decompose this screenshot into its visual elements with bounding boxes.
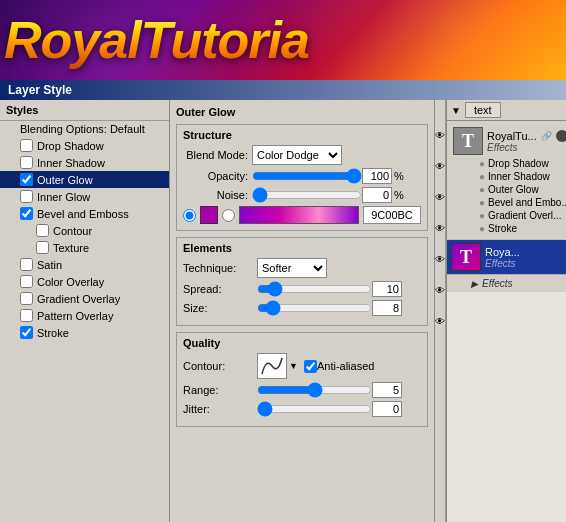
styles-header: Styles [0,100,169,121]
effect-outer-glow-label: Outer Glow [488,184,539,195]
effect-outer-glow[interactable]: ● Outer Glow [459,183,566,196]
gradient-radio[interactable] [222,209,235,222]
layer-royaltu: T RoyalTu... 🔗 Effects ● Drop Shad [447,121,566,240]
style-item-inner-glow[interactable]: Inner Glow [0,188,169,205]
effect-drop-shadow[interactable]: ● Drop Shadow [459,157,566,170]
color-row [183,206,421,224]
range-value[interactable] [372,382,402,398]
layer-effects-label: Effects [487,142,566,153]
blend-mode-select[interactable]: Color Dodge Normal Screen [252,145,342,165]
layer-name-roya: Roya... [485,246,520,258]
jitter-slider[interactable] [257,402,372,416]
drop-shadow-check[interactable] [20,139,33,152]
noise-row: Noise: % [183,187,421,203]
contour-check[interactable] [36,224,49,237]
effect-bevel-emboss-icon: ● [479,197,485,208]
effect-gradient-overlay[interactable]: ● Gradient Overl... [459,209,566,222]
stroke-check[interactable] [20,326,33,339]
inner-shadow-check[interactable] [20,156,33,169]
inner-glow-check[interactable] [20,190,33,203]
range-slider[interactable] [257,383,372,397]
texture-check[interactable] [36,241,49,254]
outer-glow-check[interactable] [20,173,33,186]
effect-stroke-icon: ● [479,223,485,234]
effect-outer-glow-icon: ● [479,184,485,195]
vis-icon-2[interactable]: 👁 [435,161,445,172]
style-item-satin[interactable]: Satin [0,256,169,273]
effect-inner-shadow[interactable]: ● Inner Shadow [459,170,566,183]
style-item-pattern-overlay[interactable]: Pattern Overlay [0,307,169,324]
layer-thumb-royaltu: T [453,127,483,155]
jitter-value[interactable] [372,401,402,417]
style-item-texture[interactable]: Texture [0,239,169,256]
inner-shadow-label: Inner Shadow [37,157,105,169]
blend-mode-row: Blend Mode: Color Dodge Normal Screen [183,145,421,165]
effect-gradient-overlay-icon: ● [479,210,485,221]
expand-arrow-icon[interactable]: ▼ [451,105,461,116]
vis-icon-4[interactable]: 👁 [435,223,445,234]
noise-value[interactable] [362,187,392,203]
bottom-fx-icon: ▶ [471,279,478,289]
style-item-bevel-emboss[interactable]: Bevel and Emboss [0,205,169,222]
style-item-outer-glow[interactable]: Outer Glow [0,171,169,188]
size-slider[interactable] [257,301,372,315]
pattern-overlay-check[interactable] [20,309,33,322]
vis-icon-7[interactable]: 👁 [435,316,445,327]
app-window: RoyalTutoria Layer Style Styles Blending… [0,0,566,522]
bevel-emboss-check[interactable] [20,207,33,220]
vis-icon-5[interactable]: 👁 [435,254,445,265]
effect-stroke-label: Stroke [488,223,517,234]
hex-input[interactable] [363,206,421,224]
banner-title: RoyalTutoria [0,11,309,69]
noise-slider[interactable] [252,188,362,202]
drop-shadow-label: Drop Shadow [37,140,104,152]
vis-icon-3[interactable]: 👁 [435,192,445,203]
satin-check[interactable] [20,258,33,271]
style-item-color-overlay[interactable]: Color Overlay [0,273,169,290]
effects-list: ● Drop Shadow ● Inner Shadow ● Outer Glo… [451,157,566,235]
color-swatch[interactable] [200,206,218,224]
solid-color-radio[interactable] [183,209,196,222]
style-item-blending[interactable]: Blending Options: Default [0,121,169,137]
opacity-row: Opacity: % [183,168,421,184]
contour-dropdown-arrow[interactable]: ▼ [289,361,298,371]
style-item-drop-shadow[interactable]: Drop Shadow [0,137,169,154]
text-tab[interactable]: text [465,102,501,118]
blending-label: Blending Options: Default [20,123,145,135]
style-item-contour[interactable]: Contour [0,222,169,239]
layer-info-roya: Roya... Effects [485,246,520,269]
vis-icon-6[interactable]: 👁 [435,285,445,296]
gradient-bar[interactable] [239,206,359,224]
effect-stroke[interactable]: ● Stroke [459,222,566,235]
styles-panel: Styles Blending Options: Default Drop Sh… [0,100,170,522]
color-overlay-check[interactable] [20,275,33,288]
layers-panel: ▼ text T RoyalTu... 🔗 Effects [446,100,566,522]
technique-select[interactable]: Softer Precise [257,258,327,278]
layer-effects-bottom-label: Effects [485,258,520,269]
effect-bevel-emboss[interactable]: ● Bevel and Embo... [459,196,566,209]
effect-gradient-overlay-label: Gradient Overl... [488,210,561,221]
opacity-value[interactable] [362,168,392,184]
size-value[interactable] [372,300,402,316]
style-item-stroke[interactable]: Stroke [0,324,169,341]
size-row: Size: [183,300,421,316]
anti-alias-check[interactable] [304,360,317,373]
opacity-slider[interactable] [252,169,362,183]
spread-value[interactable] [372,281,402,297]
technique-row: Technique: Softer Precise [183,258,421,278]
bottom-fx-label: Effects [482,278,513,289]
outer-glow-label: Outer Glow [37,174,93,186]
contour-preview[interactable] [257,353,287,379]
spread-slider[interactable] [257,282,372,296]
effect-inner-shadow-icon: ● [479,171,485,182]
contour-label: Contour: [183,360,253,372]
vis-icon-1[interactable]: 👁 [435,130,445,141]
gradient-overlay-check[interactable] [20,292,33,305]
dialog-titlebar: Layer Style [0,80,566,100]
blend-mode-label: Blend Mode: [183,149,248,161]
outer-glow-heading: Outer Glow [176,106,428,118]
opacity-label: Opacity: [183,170,248,182]
layer-name-row: RoyalTu... 🔗 [487,130,566,142]
style-item-gradient-overlay[interactable]: Gradient Overlay [0,290,169,307]
style-item-inner-shadow[interactable]: Inner Shadow [0,154,169,171]
